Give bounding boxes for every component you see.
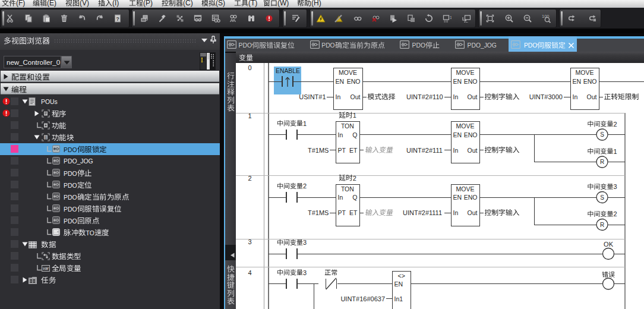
svg-text:In: In <box>338 194 343 201</box>
svg-text:3: 3 <box>248 238 251 245</box>
svg-text:PT: PT <box>338 209 346 216</box>
svg-text:In: In <box>453 147 459 154</box>
svg-text:ENABLE: ENABLE <box>276 68 300 74</box>
svg-text:MOVE: MOVE <box>456 69 475 76</box>
svg-text:UINT#3000: UINT#3000 <box>529 93 563 100</box>
svg-text:S: S <box>600 194 604 201</box>
svg-text:EN: EN <box>453 194 462 201</box>
svg-text:Out: Out <box>351 93 361 100</box>
svg-text:In1: In1 <box>394 295 403 302</box>
svg-text:OK: OK <box>604 241 614 248</box>
svg-text:Out: Out <box>587 93 597 100</box>
svg-text:R: R <box>600 159 604 165</box>
svg-text:EN: EN <box>336 78 345 85</box>
svg-text:1: 1 <box>450 15 452 20</box>
svg-text:EN: EN <box>394 280 403 288</box>
svg-text:Q: Q <box>352 194 357 201</box>
svg-text:TON: TON <box>341 185 354 193</box>
svg-text:USINT#1: USINT#1 <box>299 93 326 100</box>
svg-text:In: In <box>338 131 343 138</box>
svg-text:UINT#2#1111: UINT#2#1111 <box>403 209 442 216</box>
svg-text:<>: <> <box>398 272 405 279</box>
svg-text:ENO: ENO <box>464 78 478 85</box>
svg-text:3: 3 <box>303 239 307 246</box>
svg-text:Out: Out <box>468 147 478 154</box>
svg-text:EN: EN <box>573 78 582 85</box>
svg-text:B: B <box>45 135 47 140</box>
svg-text:2: 2 <box>303 182 307 190</box>
svg-text:ET: ET <box>349 209 358 216</box>
svg-text:2: 2 <box>353 175 356 182</box>
svg-text:EN: EN <box>453 131 462 138</box>
svg-text:2: 2 <box>613 210 617 217</box>
svg-text:UINT#2#111: UINT#2#111 <box>406 147 443 154</box>
svg-text:R: R <box>600 222 604 228</box>
svg-text:3: 3 <box>303 269 307 276</box>
svg-text:PT: PT <box>338 147 346 154</box>
svg-text:4: 4 <box>248 269 251 276</box>
svg-text:0: 0 <box>248 64 251 71</box>
svg-text:2: 2 <box>248 175 251 182</box>
svg-text:ENO: ENO <box>464 131 478 138</box>
svg-text:2: 2 <box>613 121 617 128</box>
svg-text:In: In <box>573 93 578 100</box>
svg-text:?: ? <box>116 16 119 22</box>
svg-text:In: In <box>336 93 341 100</box>
svg-text:T#1MS: T#1MS <box>308 147 329 154</box>
svg-text:1: 1 <box>248 112 251 119</box>
svg-text:ET: ET <box>349 147 358 154</box>
svg-text:ENO: ENO <box>583 78 597 85</box>
svg-text:var: var <box>43 266 49 270</box>
svg-text:Q: Q <box>352 131 357 138</box>
svg-text:TON: TON <box>341 122 354 130</box>
svg-text:EN: EN <box>453 78 462 85</box>
svg-text:1: 1 <box>353 112 356 119</box>
svg-text:T#1MS: T#1MS <box>308 209 329 216</box>
svg-text:1: 1 <box>613 148 617 155</box>
svg-text:Out: Out <box>468 209 478 216</box>
svg-text:1: 1 <box>303 120 307 127</box>
svg-text:3: 3 <box>613 183 617 190</box>
svg-text:ENO: ENO <box>347 78 361 85</box>
svg-text:In: In <box>453 209 459 216</box>
svg-text:In: In <box>453 93 459 100</box>
svg-text:MOVE: MOVE <box>339 69 357 76</box>
svg-text:MOVE: MOVE <box>456 185 475 193</box>
svg-text:UINT#16#0637: UINT#16#0637 <box>340 295 385 302</box>
svg-text:MOVE: MOVE <box>576 69 594 76</box>
svg-text:ENO: ENO <box>464 194 478 201</box>
svg-text:Out: Out <box>468 93 478 100</box>
svg-text:S: S <box>600 131 604 138</box>
svg-text:UINT#2#110: UINT#2#110 <box>406 93 443 100</box>
svg-text:MOVE: MOVE <box>456 122 475 130</box>
